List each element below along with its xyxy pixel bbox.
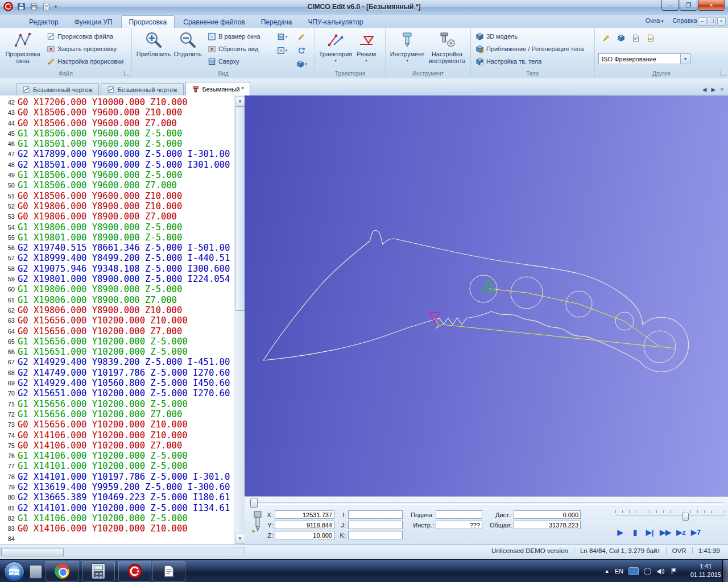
language-indicator[interactable]: EN: [615, 568, 623, 575]
solid-regen-button[interactable]: Приближение / Регенерация тела: [475, 43, 584, 55]
help-menu[interactable]: Справка: [673, 17, 701, 24]
export-dxf-button[interactable]: [644, 32, 657, 44]
simulation-speed-slider[interactable]: [615, 510, 726, 518]
tab-close-icon[interactable]: ×: [720, 86, 723, 93]
document-tab-1[interactable]: Безымянный чертеж: [16, 83, 99, 95]
toolpath-button[interactable]: Траектория: [317, 30, 354, 64]
ribbon-tab-прорисовка[interactable]: Прорисовка: [121, 15, 175, 28]
code-line: 75G0 X14106.000 Y10200.000 Z7.000: [0, 440, 234, 451]
export-plot-button[interactable]: [599, 32, 613, 44]
update-status-icon[interactable]: [644, 568, 651, 575]
fit-to-window-button[interactable]: В размер окна: [208, 31, 260, 42]
run-to-tool-button[interactable]: ▶7: [691, 526, 701, 538]
view-preset-button[interactable]: [275, 31, 289, 43]
tab-scroll-left-icon[interactable]: ◀: [702, 86, 707, 93]
solid-settings-button[interactable]: Настройка тв. тела: [475, 56, 541, 67]
tool-number-field[interactable]: ???: [436, 521, 482, 529]
solid-view-button[interactable]: [614, 32, 628, 44]
zoom-out-button[interactable]: Отдалить: [169, 30, 206, 57]
mdi-restore-button[interactable]: ❐: [708, 17, 716, 26]
gcode-editor[interactable]: 42G0 X17206.000 Y10000.000 Z10.00043G0 X…: [0, 95, 234, 544]
taskbar-cimco-button[interactable]: [118, 561, 151, 581]
ribbon-tab-чпу-калькулятор[interactable]: ЧПУ-калькулятор: [300, 16, 370, 28]
tab-scroll-right-icon[interactable]: ▶: [711, 86, 715, 93]
keyboard-layout-icon[interactable]: [628, 567, 639, 575]
x-value-field[interactable]: 12531.737: [275, 510, 334, 519]
backplot-window-button[interactable]: Прорисовка окна: [2, 30, 43, 64]
action-center-flag-icon[interactable]: [670, 567, 678, 575]
hidden-icons-arrow[interactable]: ▲: [605, 568, 610, 574]
document-tab-3[interactable]: Безымянный *: [185, 82, 250, 95]
other-group-launcher[interactable]: [721, 70, 726, 76]
step-button[interactable]: ▶|: [645, 526, 655, 538]
run-to-z-button[interactable]: ▶z: [676, 526, 686, 538]
feed-value-field[interactable]: [436, 510, 482, 519]
minimize-button[interactable]: —: [661, 0, 679, 11]
windows-menu[interactable]: Окна: [646, 17, 664, 24]
view-projection-button[interactable]: [275, 44, 289, 57]
tool-setup-button[interactable]: Настройка инструмента: [427, 30, 468, 64]
rotate-view-button[interactable]: [295, 44, 308, 57]
taskbar-explorer-button[interactable]: [152, 561, 185, 581]
code-line: 83G0 X14106.000 Y10200.000 Z10.000: [0, 523, 234, 534]
taskbar-clock[interactable]: 1:41 01.11.2015: [690, 562, 721, 579]
taskbar-chrome-button[interactable]: [46, 561, 78, 581]
show-desktop-button[interactable]: [722, 560, 728, 582]
top-view-button[interactable]: Сверху: [208, 56, 239, 67]
k-value-field[interactable]: [348, 531, 403, 539]
code-line: 46G1 X18501.000 Y9600.000 Z-5.000: [0, 139, 234, 149]
gcode-text: G1 X15656.000 Y10200.000 Z-5.000: [18, 399, 188, 409]
taskbar-calculator-button[interactable]: [82, 561, 115, 581]
ribbon-tab-функции-уп[interactable]: Функции УП: [67, 16, 120, 28]
pinned-app-icon[interactable]: [30, 565, 42, 579]
solid-3d-model-button[interactable]: 3D модель: [475, 31, 518, 42]
backplot-file-button[interactable]: Прорисовка файла: [47, 31, 113, 42]
maximize-button[interactable]: ❐: [680, 0, 697, 11]
editor-horizontal-scrollbar[interactable]: [0, 547, 245, 556]
tool-button[interactable]: Инструмент: [389, 30, 425, 64]
fast-forward-button[interactable]: ▶▶: [660, 526, 671, 538]
mode-button[interactable]: Режим: [350, 30, 382, 64]
backplot-settings-button[interactable]: Настройка прорисовки: [47, 56, 123, 67]
reset-view-icon: [208, 45, 216, 53]
scroll-down-icon[interactable]: ▼: [235, 534, 245, 544]
volume-icon[interactable]: [656, 567, 665, 576]
i-value-field[interactable]: [348, 510, 403, 519]
edit-view-button[interactable]: [295, 31, 308, 43]
j-value-field[interactable]: [348, 521, 403, 529]
zoom-in-button[interactable]: Приблизить: [135, 30, 172, 57]
simulation-progress-track[interactable]: [249, 502, 723, 505]
ribbon-tab-редактор[interactable]: Редактор: [22, 16, 66, 28]
reset-view-button[interactable]: Сбросить вид: [208, 43, 258, 55]
machine-type-dropdown[interactable]: ISO Фрезерование ▾: [598, 53, 690, 64]
hscroll-thumb[interactable]: [1, 548, 64, 556]
gcode-text: G2 X14749.000 Y10197.786 Z-5.000 I270.60: [18, 368, 230, 378]
ribbon-tab-сравнение-файлов[interactable]: Сравнение файлов: [176, 16, 252, 28]
document-tab-2[interactable]: Безымянный чертеж: [101, 83, 184, 95]
reset-view-label: Сбросить вид: [218, 45, 258, 52]
mdi-close-button[interactable]: ×: [717, 17, 726, 26]
editor-vertical-scrollbar[interactable]: ▲ ▼: [234, 95, 245, 544]
mdi-minimize-button[interactable]: ─: [698, 17, 706, 26]
play-button[interactable]: ▶: [615, 526, 625, 538]
toolpath-icon: [326, 31, 345, 49]
y-value-field[interactable]: 9118.844: [275, 521, 334, 529]
start-button[interactable]: [4, 562, 24, 582]
scrollbar-thumb[interactable]: [235, 106, 245, 311]
simulation-progress-thumb[interactable]: [250, 498, 258, 508]
report-button[interactable]: [629, 32, 643, 44]
z-value-field[interactable]: 10.000: [275, 531, 334, 539]
scroll-up-icon[interactable]: ▲: [235, 96, 245, 106]
close-button[interactable]: ×: [698, 0, 725, 11]
stop-button[interactable]: ▮: [630, 526, 640, 538]
ribbon-tab-передача[interactable]: Передача: [254, 16, 300, 28]
total-field[interactable]: 31378.223: [514, 521, 581, 529]
view-3d-button[interactable]: [295, 58, 308, 70]
close-backplot-button[interactable]: Закрыть прорисовку: [47, 43, 117, 55]
dropdown-arrow-icon[interactable]: ▾: [680, 54, 690, 64]
backplot-view[interactable]: [245, 95, 728, 496]
distance-field[interactable]: 0.000: [514, 510, 581, 519]
top-view-icon: [208, 57, 216, 66]
file-group-launcher[interactable]: [124, 70, 130, 76]
speed-thumb[interactable]: [682, 513, 689, 521]
